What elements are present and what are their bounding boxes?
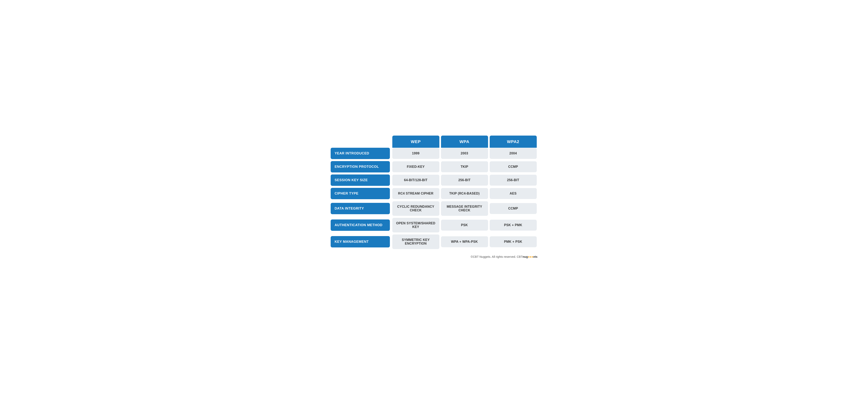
row-label-4: DATA INTEGRITY (331, 203, 390, 214)
row-wpa-2: 256-BIT (441, 175, 488, 186)
footer-brand: nug (523, 255, 528, 258)
header-wpa2: WPA2 (490, 136, 537, 148)
row-wep-3: RC4 STREAM CIPHER (392, 188, 439, 199)
header-empty-cell (331, 136, 392, 148)
table-row: SESSION KEY SIZE64-BIT/128-BIT256-BIT256… (331, 174, 537, 186)
row-wpa2-2: 256-BIT (490, 175, 537, 186)
footer-brand2: ets (533, 255, 537, 258)
row-label-2: SESSION KEY SIZE (331, 174, 390, 186)
row-wpa2-6: PMK + PSK (490, 236, 537, 247)
row-label-1: ENCRYPTION PROTOCOL (331, 161, 390, 172)
header-wep: WEP (392, 136, 439, 148)
row-label-3: CIPHER TYPE (331, 188, 390, 199)
main-container: WEP WPA WPA2 YEAR INTRODUCED199920032004… (322, 132, 546, 266)
row-wpa-0: 2003 (441, 148, 488, 159)
row-label-6: KEY MANAGEMENT (331, 236, 390, 247)
row-wpa2-1: CCMP (490, 161, 537, 172)
row-wpa2-5: PSK + PMK (490, 220, 537, 231)
header-wpa: WPA (441, 136, 488, 148)
table-row: KEY MANAGEMENTSYMMETRIC KEY ENCRYPTIONWP… (331, 234, 537, 249)
table-body: YEAR INTRODUCED199920032004ENCRYPTION PR… (331, 148, 537, 249)
row-wpa-5: PSK (441, 220, 488, 231)
table-row: YEAR INTRODUCED199920032004 (331, 148, 537, 159)
row-wpa2-3: AES (490, 188, 537, 199)
table-row: ENCRYPTION PROTOCOLFIXED-KEYTKIPCCMP (331, 161, 537, 172)
row-wep-6: SYMMETRIC KEY ENCRYPTION (392, 234, 439, 249)
row-wep-1: FIXED-KEY (392, 161, 439, 172)
table-row: DATA INTEGRITYCYCLIC REDUNDANCY CHECKMES… (331, 201, 537, 216)
row-wpa-4: MESSAGE INTEGRITY CHECK (441, 201, 488, 216)
row-wep-0: 1999 (392, 148, 439, 159)
row-wpa-6: WPA + WPA-PSK (441, 236, 488, 247)
row-wep-5: OPEN SYSTEM/SHARED KEY (392, 218, 439, 232)
table-header: WEP WPA WPA2 (331, 136, 537, 148)
row-label-0: YEAR INTRODUCED (331, 148, 390, 159)
row-wep-2: 64-BIT/128-BIT (392, 175, 439, 186)
row-wpa-1: TKIP (441, 161, 488, 172)
comparison-table: WEP WPA WPA2 YEAR INTRODUCED199920032004… (331, 136, 537, 249)
row-label-5: AUTHENTICATION METHOD (331, 220, 390, 231)
row-wpa-3: TKIP (RC4-BASED) (441, 188, 488, 199)
table-row: AUTHENTICATION METHODOPEN SYSTEM/SHARED … (331, 218, 537, 232)
row-wpa2-4: CCMP (490, 203, 537, 214)
table-row: CIPHER TYPERC4 STREAM CIPHERTKIP (RC4-BA… (331, 188, 537, 199)
footer-dots: ●●● (528, 255, 533, 258)
footer-copyright: ©CBT Nuggets. All rights reserved. CBT (471, 255, 523, 258)
footer: ©CBT Nuggets. All rights reserved. CBTnu… (331, 255, 537, 258)
row-wpa2-0: 2004 (490, 148, 537, 159)
row-wep-4: CYCLIC REDUNDANCY CHECK (392, 201, 439, 216)
